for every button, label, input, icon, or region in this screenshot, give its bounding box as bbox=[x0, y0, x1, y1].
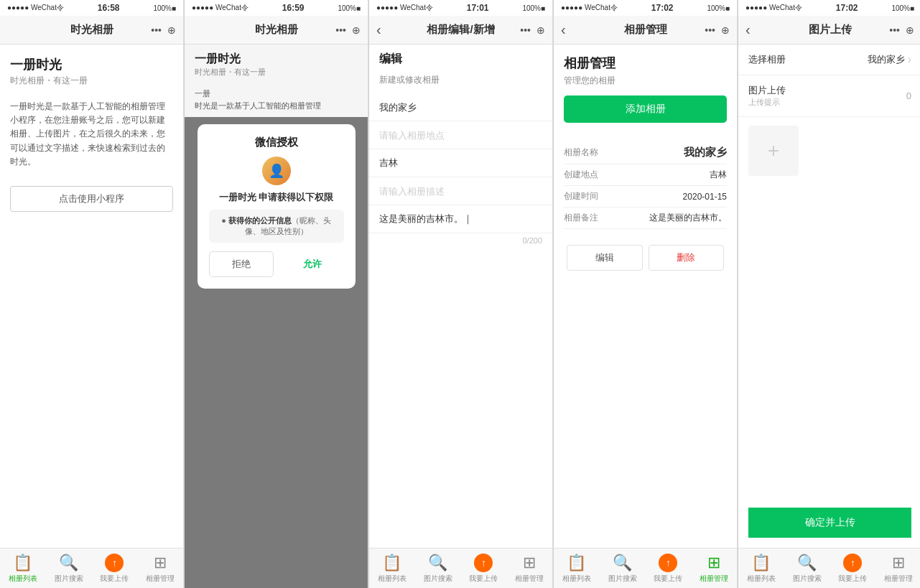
select-album-row[interactable]: 选择相册 我的家乡 › bbox=[738, 45, 920, 75]
add-icon-3[interactable]: ⊕ bbox=[536, 24, 545, 36]
manage-icon-4: ⊞ bbox=[707, 554, 720, 572]
album-actions-4: 编辑 删除 bbox=[554, 236, 737, 271]
time-4: 17:02 bbox=[651, 3, 674, 13]
signal-1: ●●●●● WeChat令 bbox=[7, 3, 64, 13]
auth-dialog-title: 微信授权 bbox=[209, 136, 344, 149]
screen-upload-simple: ●●●●● WeChat令 17:02 100%■ ‹ 图片上传 ••• ⊕ 选… bbox=[738, 0, 920, 588]
nav-title-5: 图片上传 bbox=[809, 23, 852, 37]
manage-icon-3: ⊞ bbox=[523, 554, 536, 572]
tab-upload-1[interactable]: ↑ 我要上传 bbox=[92, 549, 138, 588]
status-bar-2: ●●●●● WeChat令 16:59 100%■ bbox=[185, 0, 368, 16]
tab-label-5d: 相册管理 bbox=[884, 574, 913, 584]
date-label-4: 创建时间 bbox=[564, 190, 598, 202]
nav-bar-1: 时光相册 ••• ⊕ bbox=[0, 16, 183, 45]
add-photo-box[interactable]: + bbox=[748, 126, 799, 176]
edit-album-button-4[interactable]: 编辑 bbox=[567, 245, 643, 271]
tab-search-4[interactable]: 🔍 图片搜索 bbox=[600, 549, 646, 588]
tab-album-list-3[interactable]: 📋 相册列表 bbox=[369, 549, 415, 588]
tab-upload-5[interactable]: ↑ 我要上传 bbox=[830, 549, 876, 588]
tab-manage-5[interactable]: ⊞ 相册管理 bbox=[875, 549, 920, 588]
desc-filled: 这是美丽的吉林市。｜ bbox=[369, 205, 552, 233]
upload-icon-4: ↑ bbox=[659, 554, 677, 572]
tab-search-1[interactable]: 🔍 图片搜索 bbox=[46, 549, 92, 588]
tab-upload-3[interactable]: ↑ 我要上传 bbox=[461, 549, 507, 588]
signal-3: ●●●●● WeChat令 bbox=[376, 3, 433, 13]
battery-4: 100%■ bbox=[707, 4, 730, 12]
date-value-4: 2020-01-15 bbox=[683, 192, 727, 202]
location-value-4: 吉林 bbox=[710, 169, 727, 181]
album-name-input[interactable] bbox=[379, 103, 542, 113]
upload-hint-row: 图片上传 上传提示 0 bbox=[738, 75, 920, 117]
signal-5: ●●●●● WeChat令 bbox=[745, 3, 802, 13]
tab-bar-5: 📋 相册列表 🔍 图片搜索 ↑ 我要上传 ⊞ 相册管理 bbox=[738, 548, 920, 588]
nav-bar-5: ‹ 图片上传 ••• ⊕ bbox=[738, 16, 920, 45]
tab-manage-1[interactable]: ⊞ 相册管理 bbox=[137, 549, 183, 588]
more-icon-1[interactable]: ••• bbox=[151, 24, 162, 36]
location-filled: 吉林 bbox=[369, 149, 552, 177]
tab-upload-4[interactable]: ↑ 我要上传 bbox=[646, 549, 692, 588]
location-label-4: 创建地点 bbox=[564, 169, 598, 181]
back-button-5[interactable]: ‹ bbox=[745, 22, 751, 38]
auth-screen-bg: 一册时光 时光相册・有这一册 一册时光是一款基于人工智能的相册管理 微信授权 👤… bbox=[185, 45, 368, 588]
tab-label-4b: 图片搜索 bbox=[608, 574, 637, 584]
back-button-3[interactable]: ‹ bbox=[376, 22, 381, 38]
tab-label-manage-1: 相册管理 bbox=[146, 574, 175, 584]
search-icon-3: 🔍 bbox=[428, 554, 447, 572]
tab-label-5b: 图片搜索 bbox=[793, 574, 822, 584]
screen-album-management: ●●●●● WeChat令 17:02 100%■ ‹ 相册管理 ••• ⊕ 相… bbox=[554, 0, 738, 588]
mini-subtitle-2: 时光相册・有这一册 bbox=[195, 67, 358, 78]
add-icon-1[interactable]: ⊕ bbox=[167, 24, 176, 36]
mini-header-2: 一册时光 时光相册・有这一册 bbox=[185, 45, 368, 82]
edit-form-title: 编辑 bbox=[369, 45, 552, 74]
nav-title-3: 相册编辑/新增 bbox=[427, 23, 494, 37]
more-icon-5[interactable]: ••• bbox=[889, 24, 900, 36]
upload-hint-title: 图片上传 bbox=[748, 84, 786, 97]
add-album-button[interactable]: 添加相册 bbox=[564, 95, 727, 123]
more-icon-3[interactable]: ••• bbox=[520, 24, 531, 36]
select-album-label: 选择相册 bbox=[748, 53, 786, 66]
tab-search-3[interactable]: 🔍 图片搜索 bbox=[415, 549, 461, 588]
album-list-icon-5: 📋 bbox=[751, 554, 771, 572]
confirm-upload-button[interactable]: 确定并上传 bbox=[748, 508, 911, 538]
upload-icon-1: ↑ bbox=[105, 554, 124, 572]
tab-album-list-1[interactable]: 📋 相册列表 bbox=[0, 549, 46, 588]
mini-title-2: 一册时光 bbox=[195, 52, 358, 67]
reject-button[interactable]: 拒绝 bbox=[209, 251, 274, 277]
tab-manage-4[interactable]: ⊞ 相册管理 bbox=[691, 549, 737, 588]
home-description: 一册时光是一款基于人工智能的相册管理小程序，在您注册账号之后，您可以新建相册、上… bbox=[0, 94, 183, 174]
add-icon-5[interactable]: ⊕ bbox=[906, 24, 914, 36]
edit-album-content: 编辑 新建或修改相册 吉林 这是美丽的吉林市。｜ 0/200 bbox=[369, 45, 552, 548]
album-location-input[interactable] bbox=[379, 130, 542, 141]
tab-album-list-4[interactable]: 📋 相册列表 bbox=[554, 549, 600, 588]
more-icon-4[interactable]: ••• bbox=[705, 24, 715, 36]
time-2: 16:59 bbox=[282, 3, 305, 13]
nav-bar-2: 时光相册 ••• ⊕ bbox=[185, 16, 368, 45]
add-icon-2[interactable]: ⊕ bbox=[352, 24, 361, 36]
album-name-label-4: 相册名称 bbox=[564, 146, 598, 159]
use-app-button[interactable]: 点击使用小程序 bbox=[10, 186, 173, 212]
album-date-row-4: 创建时间 2020-01-15 bbox=[564, 186, 727, 207]
upload-icon-5: ↑ bbox=[843, 554, 862, 572]
nav-bar-3: ‹ 相册编辑/新增 ••• ⊕ bbox=[369, 16, 552, 45]
note-value-4: 这是美丽的吉林市。 bbox=[649, 212, 727, 224]
tab-label-4d: 相册管理 bbox=[700, 574, 728, 584]
tab-manage-3[interactable]: ⊞ 相册管理 bbox=[506, 549, 552, 588]
album-location-row bbox=[369, 121, 552, 149]
tab-label-3b: 图片搜索 bbox=[424, 574, 452, 584]
back-button-4[interactable]: ‹ bbox=[561, 22, 566, 38]
tab-label-5a: 相册列表 bbox=[747, 574, 776, 584]
album-list-icon-4: 📋 bbox=[567, 554, 586, 572]
album-desc-input[interactable] bbox=[379, 186, 542, 197]
more-icon-2[interactable]: ••• bbox=[335, 24, 346, 36]
album-desc-row bbox=[369, 177, 552, 205]
tab-search-5[interactable]: 🔍 图片搜索 bbox=[784, 549, 830, 588]
nav-icons-1: ••• ⊕ bbox=[151, 24, 176, 36]
delete-album-button-4[interactable]: 删除 bbox=[649, 245, 725, 271]
screen-edit-album: ●●●●● WeChat令 17:01 100%■ ‹ 相册编辑/新增 ••• … bbox=[369, 0, 553, 588]
allow-button[interactable]: 允许 bbox=[281, 251, 344, 277]
manage-icon-1: ⊞ bbox=[154, 554, 167, 572]
auth-avatar: 👤 bbox=[262, 157, 291, 185]
add-icon-4[interactable]: ⊕ bbox=[721, 24, 730, 36]
screen-home: ●●●●● WeChat令 16:58 100%■ 时光相册 ••• ⊕ 一册时… bbox=[0, 0, 184, 588]
tab-album-list-5[interactable]: 📋 相册列表 bbox=[738, 549, 784, 588]
